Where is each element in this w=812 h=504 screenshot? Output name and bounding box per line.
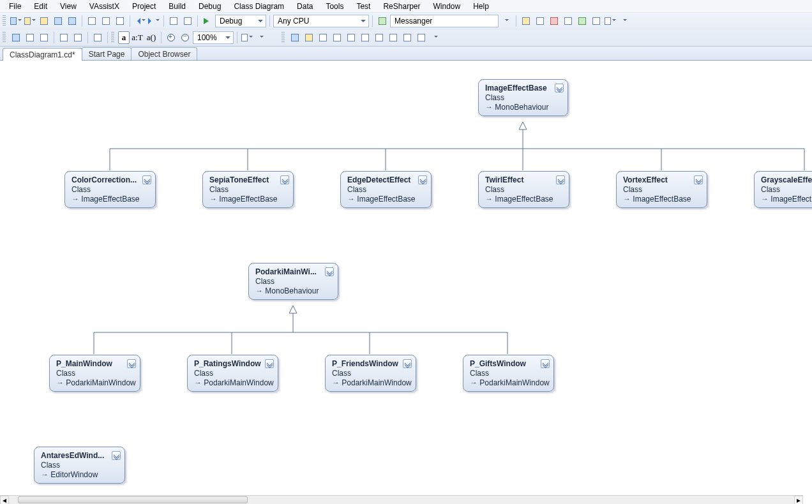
- class-node-sepiatone[interactable]: SepiaToneEffect Class ImageEffectBase: [202, 171, 294, 208]
- zoom-out-button[interactable]: [179, 31, 192, 44]
- tool-btn-2[interactable]: [534, 15, 546, 27]
- expand-icon[interactable]: [127, 359, 136, 368]
- tab-start-page[interactable]: Start Page: [82, 47, 132, 60]
- diagram-canvas[interactable]: ImageEffectBase Class MonoBehaviour Colo…: [0, 62, 812, 495]
- class-node-pgiftswindow[interactable]: P_GiftsWindow Class PodarkiMainWindow: [463, 355, 554, 392]
- display-name-button[interactable]: a: [118, 31, 130, 44]
- expand-icon[interactable]: [418, 175, 427, 184]
- menu-resharper[interactable]: ReSharper: [377, 0, 426, 13]
- cd-btn-5[interactable]: [71, 31, 84, 44]
- find-in-files-button[interactable]: [376, 15, 389, 27]
- scroll-thumb[interactable]: [18, 496, 248, 503]
- class-node-podarkimainwindow[interactable]: PodarkiMainWi... Class MonoBehaviour: [248, 263, 338, 300]
- class-node-pmainwindow[interactable]: P_MainWindow Class PodarkiMainWindow: [49, 355, 140, 392]
- xt-toolbar-options[interactable]: [429, 31, 442, 44]
- menu-class-diagram[interactable]: Class Diagram: [227, 0, 290, 13]
- tool-btn-3[interactable]: [548, 15, 560, 27]
- class-node-pfriendswindow[interactable]: P_FriendsWindow Class PodarkiMainWindow: [325, 355, 416, 392]
- undo-button[interactable]: [133, 15, 146, 27]
- horizontal-scrollbar[interactable]: ◂ ▸: [0, 495, 803, 504]
- menu-build[interactable]: Build: [162, 0, 192, 13]
- xt-btn-1[interactable]: [289, 31, 301, 44]
- scroll-track[interactable]: [9, 496, 794, 505]
- toolbar-grip[interactable]: [282, 32, 285, 43]
- cd-toolbar-options[interactable]: [255, 31, 267, 44]
- start-debug-button[interactable]: [201, 15, 214, 27]
- toolbar-grip[interactable]: [3, 32, 6, 43]
- copy-button[interactable]: [100, 15, 112, 27]
- xt-btn-7[interactable]: [373, 31, 386, 44]
- class-node-twirl[interactable]: TwirlEffect Class ImageEffectBase: [478, 171, 569, 208]
- xt-btn-5[interactable]: [345, 31, 357, 44]
- xt-btn-3[interactable]: [317, 31, 329, 44]
- class-node-grayscale[interactable]: GrayscaleEffec Class ImageEffectBa: [754, 171, 812, 208]
- cd-btn-1[interactable]: [10, 31, 22, 44]
- menu-help[interactable]: Help: [467, 0, 495, 13]
- zoom-in-button[interactable]: [165, 31, 177, 44]
- configuration-combo[interactable]: Debug: [215, 15, 266, 27]
- nav-back-button[interactable]: [167, 15, 180, 27]
- menu-window[interactable]: Window: [426, 0, 467, 13]
- tab-object-browser[interactable]: Object Browser: [131, 47, 197, 60]
- display-name-type-button[interactable]: a:T: [131, 31, 144, 44]
- xt-btn-8[interactable]: [387, 31, 400, 44]
- menu-vassistx[interactable]: VAssistX: [83, 0, 126, 13]
- save-all-button[interactable]: [66, 15, 79, 27]
- toolbar-grip[interactable]: [111, 32, 114, 43]
- tab-classdiagram[interactable]: ClassDiagram1.cd*: [3, 48, 82, 61]
- zoom-combo[interactable]: 100%: [193, 31, 234, 44]
- class-node-colorcorrection[interactable]: ColorCorrection... Class ImageEffectBase: [64, 171, 156, 208]
- menu-tools[interactable]: Tools: [319, 0, 350, 13]
- expand-icon[interactable]: [142, 175, 151, 184]
- expand-icon[interactable]: [694, 175, 703, 184]
- cd-btn-3[interactable]: [38, 31, 50, 44]
- class-node-vortex[interactable]: VortexEffect Class ImageEffectBase: [616, 171, 707, 208]
- menu-edit[interactable]: Edit: [27, 0, 54, 13]
- xt-btn-2[interactable]: [303, 31, 315, 44]
- expand-icon[interactable]: [403, 359, 412, 368]
- menu-project[interactable]: Project: [126, 0, 162, 13]
- nav-fwd-button[interactable]: [181, 15, 194, 27]
- expand-icon[interactable]: [541, 359, 550, 368]
- expand-icon[interactable]: [280, 175, 289, 184]
- tool-btn-6[interactable]: [590, 15, 603, 27]
- cut-button[interactable]: [86, 15, 98, 27]
- cd-btn-4[interactable]: [57, 31, 70, 44]
- tool-btn-1[interactable]: [520, 15, 532, 27]
- menu-debug[interactable]: Debug: [192, 0, 227, 13]
- cd-btn-2[interactable]: [24, 31, 36, 44]
- scroll-left-icon[interactable]: ◂: [0, 496, 9, 505]
- find-dropdown[interactable]: [500, 15, 513, 27]
- xt-btn-6[interactable]: [359, 31, 372, 44]
- xt-btn-9[interactable]: [401, 31, 414, 44]
- menu-file[interactable]: File: [3, 0, 27, 13]
- class-node-pratingswindow[interactable]: P_RatingsWindow Class PodarkiMainWindow: [187, 355, 278, 392]
- xt-btn-4[interactable]: [331, 31, 343, 44]
- cd-btn-6[interactable]: [91, 31, 104, 44]
- class-node-imageeffectbase[interactable]: ImageEffectBase Class MonoBehaviour: [478, 79, 568, 116]
- class-node-edgedetect[interactable]: EdgeDetectEffect Class ImageEffectBase: [340, 171, 432, 208]
- open-file-button[interactable]: [38, 15, 50, 27]
- platform-combo[interactable]: Any CPU: [273, 15, 369, 27]
- expand-icon[interactable]: [555, 84, 564, 93]
- expand-icon[interactable]: [556, 175, 565, 184]
- class-node-antaresedwindow[interactable]: AntaresEdWind... Class EditorWindow: [34, 447, 125, 484]
- expand-icon[interactable]: [265, 359, 274, 368]
- add-item-button[interactable]: [24, 15, 36, 27]
- expand-icon[interactable]: [112, 451, 121, 460]
- display-full-sig-button[interactable]: a(): [145, 31, 158, 44]
- xt-btn-10[interactable]: [415, 31, 428, 44]
- redo-button[interactable]: [147, 15, 160, 27]
- menu-data[interactable]: Data: [290, 0, 319, 13]
- scroll-right-icon[interactable]: ▸: [794, 496, 803, 505]
- tool-btn-7[interactable]: [604, 15, 617, 27]
- cd-btn-7[interactable]: [241, 31, 253, 44]
- find-combo[interactable]: Messanger: [390, 15, 499, 27]
- save-button[interactable]: [52, 15, 64, 27]
- expand-icon[interactable]: [325, 267, 334, 276]
- toolbar-options[interactable]: [618, 15, 631, 27]
- new-project-button[interactable]: [10, 15, 22, 27]
- toolbar-grip[interactable]: [3, 15, 6, 27]
- menu-view[interactable]: View: [54, 0, 83, 13]
- tool-btn-5[interactable]: [576, 15, 589, 27]
